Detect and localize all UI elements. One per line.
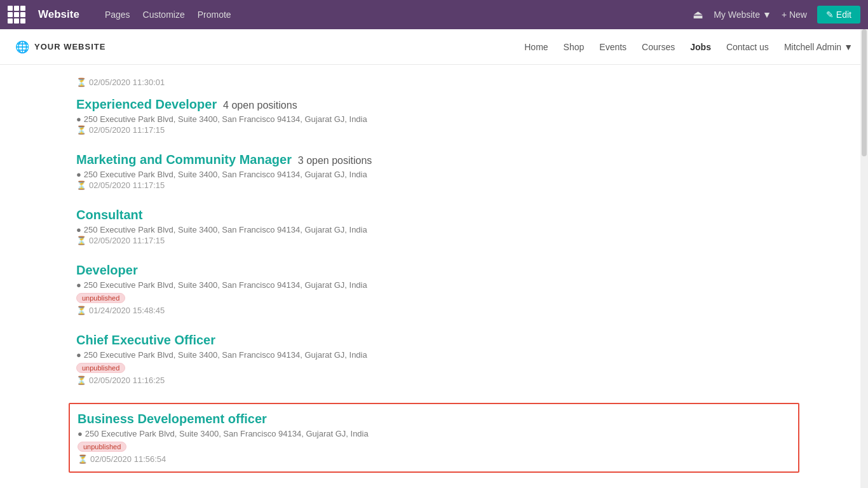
job-positions: 3 open positions [298,155,372,166]
top-datetime: ⏳ 02/05/2020 11:30:01 [76,78,792,87]
edit-button[interactable]: ✎ Edit [817,6,860,24]
job-title-link[interactable]: Marketing and Community Manager [76,152,292,166]
unpublished-badge: unpublished [76,293,125,303]
nav-contact[interactable]: Contact us [726,42,769,52]
job-datetime: ⏳ 02/05/2020 11:17:15 [76,236,792,245]
main-content: ⏳ 02/05/2020 11:30:01 Experienced Develo… [0,65,868,473]
job-location: ● 250 Executive Park Blvd, Suite 3400, S… [76,170,792,179]
job-title-link[interactable]: Consultant [76,208,142,222]
job-location: ● 250 Executive Park Blvd, Suite 3400, S… [76,350,792,360]
job-datetime: ⏳ 02/05/2020 11:56:54 [78,454,790,464]
job-datetime: ⏳ 02/05/2020 11:17:15 [76,125,792,135]
nav-courses[interactable]: Courses [642,42,675,52]
clock-icon: ⏳ [76,306,86,315]
admin-nav-promote[interactable]: Promote [198,10,231,20]
unpublished-badge: unpublished [76,363,125,373]
job-location: ● 250 Executive Park Blvd, Suite 3400, S… [76,114,792,124]
site-logo: 🌐 YOUR WEBSITE [15,40,105,54]
job-item: Consultant ● 250 Executive Park Blvd, Su… [76,208,792,245]
admin-bar-left: Website Pages Customize Promote [8,6,231,24]
location-pin-icon: ● [78,429,83,438]
job-datetime: ⏳ 01/24/2020 15:48:45 [76,306,792,315]
job-location: ● 250 Executive Park Blvd, Suite 3400, S… [78,429,790,438]
admin-user-name: Mitchell Admin [784,42,841,52]
job-title-row: Developer [76,263,792,278]
job-title-row: Experienced Developer 4 open positions [76,97,792,112]
admin-site-name: Website [38,8,79,21]
my-website-dropdown[interactable]: My Website ▼ [714,10,771,20]
apps-grid-icon[interactable] [8,6,25,24]
job-title-link[interactable]: Business Developement officer [78,412,267,426]
admin-nav-pages[interactable]: Pages [105,10,130,20]
scrollbar-thumb[interactable] [862,29,867,156]
job-title-row: Marketing and Community Manager 3 open p… [76,152,792,167]
job-positions: 4 open positions [223,100,297,111]
nav-events[interactable]: Events [599,42,627,52]
admin-bar-right: ⏏ My Website ▼ + New ✎ Edit [693,6,860,24]
clock-icon: ⏳ [76,376,86,385]
admin-user-dropdown[interactable]: Mitchell Admin ▼ [784,42,853,52]
job-title-link[interactable]: Experienced Developer [76,97,217,111]
clock-icon: ⏳ [76,78,86,87]
job-location: ● 250 Executive Park Blvd, Suite 3400, S… [76,225,792,234]
chevron-down-icon: ▼ [763,10,771,20]
unpublished-badge: unpublished [78,442,126,452]
clock-icon: ⏳ [76,180,86,190]
job-item: Marketing and Community Manager 3 open p… [76,152,792,190]
location-pin-icon: ● [76,170,81,179]
admin-user-chevron: ▼ [844,42,853,52]
job-datetime: ⏳ 02/05/2020 11:17:15 [76,180,792,190]
site-nav-links: Home Shop Events Courses Jobs Contact us [524,42,769,52]
location-pin-icon: ● [76,225,81,234]
location-pin-icon: ● [76,114,81,124]
clock-icon: ⏳ [78,454,88,464]
job-item-selected: Business Developement officer ● 250 Exec… [69,403,799,473]
clock-icon: ⏳ [76,125,86,135]
admin-nav-customize[interactable]: Customize [143,10,185,20]
job-title-link[interactable]: Chief Executive Officer [76,333,215,347]
scrollbar[interactable] [860,29,868,488]
location-pin-icon: ● [76,350,81,360]
globe-icon: 🌐 [15,40,29,54]
site-nav: 🌐 YOUR WEBSITE Home Shop Events Courses … [0,29,868,65]
clock-icon: ⏳ [76,236,86,245]
job-item: Developer ● 250 Executive Park Blvd, Sui… [76,263,792,315]
job-location: ● 250 Executive Park Blvd, Suite 3400, S… [76,280,792,290]
logo-text: YOUR WEBSITE [34,42,105,51]
nav-home[interactable]: Home [524,42,548,52]
location-pin-icon: ● [76,280,81,290]
job-title-link[interactable]: Developer [76,263,138,277]
job-item: Chief Executive Officer ● 250 Executive … [76,333,792,385]
admin-bar: Website Pages Customize Promote ⏏ My Web… [0,0,868,29]
job-datetime: ⏳ 02/05/2020 11:16:25 [76,376,792,385]
job-title-row: Chief Executive Officer [76,333,792,348]
job-title-row: Business Developement officer [78,412,790,426]
mobile-icon[interactable]: ⏏ [693,8,703,22]
job-item: Experienced Developer 4 open positions ●… [76,97,792,135]
nav-shop[interactable]: Shop [564,42,585,52]
admin-nav: Pages Customize Promote [105,10,231,20]
new-button[interactable]: + New [782,10,807,20]
job-title-row: Consultant [76,208,792,222]
nav-jobs[interactable]: Jobs [690,42,711,52]
